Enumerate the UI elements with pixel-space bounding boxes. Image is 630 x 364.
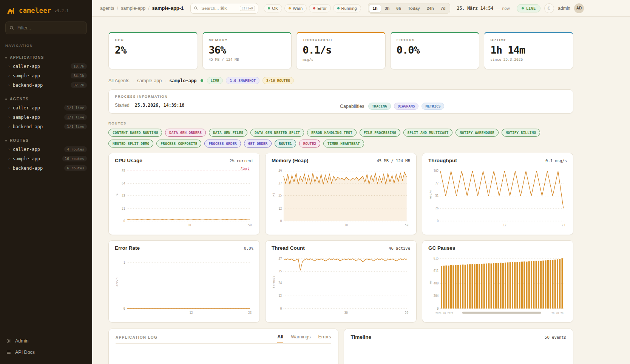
route-chip-timer-heartbeat[interactable]: TIMER-HEARTBEAT [323,140,364,147]
section-header-routes[interactable]: ROUTES [0,137,92,144]
sidebar-item-applications-sample-app[interactable]: ›sample-app84.1k [0,71,92,80]
svg-text:2020:20:2020: 2020:20:2020 [435,312,453,315]
stat-sub [115,57,191,62]
chip-label: Error [317,6,326,11]
filter-chip-error[interactable]: Error [309,4,330,12]
route-chip-content-based-routing[interactable]: CONTENT-BASED-ROUTING [108,129,162,137]
route-chip-data-gen-files[interactable]: DATA-GEN-FILES [209,129,247,137]
sidebar-item-agents-sample-app[interactable]: ›sample-app1/1 live [0,112,92,122]
sidebar-item-routes-sample-app[interactable]: ›sample-app16 routes [0,154,92,163]
item-name: caller-app [13,147,40,152]
sidebar-item-routes-caller-app[interactable]: ›caller-app4 routes [0,144,92,154]
application-log-card: APPLICATION LOG AllWarningsErrors [108,329,338,364]
log-tab-warnings[interactable]: Warnings [291,334,310,343]
sidebar-item-routes-backend-app[interactable]: ›backend-app6 routes [0,163,92,173]
route-chip-nested-split-demo[interactable]: NESTED-SPLIT-DEMO [108,140,153,147]
range-button-1h[interactable]: 1h [369,4,381,12]
range-button-6h[interactable]: 6h [393,5,405,12]
range-button-today[interactable]: Today [405,5,423,12]
context-crumb-sample-app[interactable]: sample-app [169,78,196,83]
process-information-card: PROCESS INFORMATION Started 25.3.2026, 1… [108,89,573,114]
context-crumb-sample-app[interactable]: sample-app [137,78,162,83]
section-label: ROUTES [10,138,29,143]
sidebar-footer: AdminAPI Docs [0,335,92,358]
svg-text:%: % [116,194,119,195]
filter-chip-ok[interactable]: OK [264,4,282,12]
route-chip-get-order[interactable]: GET-ORDER [244,140,272,147]
item-count: 32.2k [71,82,87,88]
sidebar-item-agents-backend-app[interactable]: ›backend-app1/1 live [0,122,92,131]
chart-value: 46 active [389,246,410,250]
svg-text:0: 0 [437,307,439,310]
route-chip-file-processing[interactable]: FILE-PROCESSING [360,129,400,137]
sidebar-item-applications-caller-app[interactable]: ›caller-app10.7k [0,61,92,71]
filter-chip-running[interactable]: Running [333,4,361,12]
avatar[interactable]: AD [574,3,584,13]
sidebar-item-applications-backend-app[interactable]: ›backend-app32.2k [0,80,92,90]
svg-text:0: 0 [437,219,439,223]
search-input[interactable] [201,6,237,11]
chevron-right-icon: › [8,83,10,87]
svg-text:37: 37 [278,181,282,185]
context-badge-1-0-snapshot: 1.0-SNAPSHOT [226,77,259,84]
section-header-applications[interactable]: APPLICATIONS [0,54,92,61]
breadcrumb-sample-app-1[interactable]: sample-app-1 [152,5,184,11]
sidebar: cameleer v3.2.1 NAVIGATION APPLICATIONS›… [0,0,92,364]
global-search[interactable]: Ctrl+K [190,3,258,14]
stat-value: 0.1/s [303,44,379,56]
section-header-agents[interactable]: AGENTS [0,95,92,103]
route-chip-notify-warehouse[interactable]: NOTIFY-WAREHOUSE [456,129,499,137]
sidebar-item-agents-caller-app[interactable]: ›caller-app1/1 live [0,103,92,112]
chart-title: Error Rate [115,245,140,251]
timeline-count: 50 events [545,335,566,339]
route-chip-process-order[interactable]: PROCESS-ORDER [204,140,241,147]
breadcrumb-agents[interactable]: agents [100,6,114,11]
sidebar-api-docs[interactable]: API Docs [0,347,92,358]
breadcrumb-sample-app[interactable]: sample-app [121,6,145,11]
context-crumb-all-agents[interactable]: All Agents [108,78,130,83]
log-tab-all[interactable]: All [277,334,283,343]
user-name: admin [558,6,570,11]
route-chip-route2[interactable]: ROUTE2 [299,140,320,147]
svg-text:43: 43 [122,194,125,198]
route-chip-split-and-multicast[interactable]: SPLIT-AND-MULTICAST [403,129,453,137]
sidebar-section-agents: AGENTS›caller-app1/1 live›sample-app1/1 … [0,95,92,131]
sidebar-filter[interactable] [5,22,87,34]
timeline-card: Timeline 50 events [344,329,574,364]
route-chip-data-gen-nested-split[interactable]: DATA-GEN-NESTED-SPLIT [250,129,304,137]
route-chip-data-gen-orders[interactable]: DATA-GEN-ORDERS [165,129,206,137]
capability-badge-diagrams: DIAGRAMS [394,103,419,110]
item-count: 84.1k [71,73,87,78]
timeline-title: Timeline [351,334,372,340]
range-button-24h[interactable]: 24h [423,5,437,12]
charts-grid: CPU Usage 2% current 0214364853059%Alert… [108,153,573,323]
sidebar-admin[interactable]: Admin [0,335,92,347]
svg-text:85: 85 [122,169,125,173]
capability-badge-tracing: TRACING [368,103,391,110]
log-tab-errors[interactable]: Errors [318,334,331,343]
error-rate-chart-card: Error Rate 0.0% 011223err/h [108,240,260,323]
route-chip-error-handling-test[interactable]: ERROR-HANDLING-TEST [307,129,357,137]
moon-icon: ☾ [547,6,551,11]
time-range-display[interactable]: 25. März 14:54 — now [457,6,510,11]
svg-text:26: 26 [435,206,439,210]
filter-chip-warn[interactable]: Warn [284,4,307,12]
live-dot [522,7,524,9]
route-chip-process-composite[interactable]: PROCESS-COMPOSITE [156,140,201,147]
section-label: APPLICATIONS [10,55,44,60]
route-chip-notify-billing[interactable]: NOTIFY-BILLING [502,129,540,137]
live-badge[interactable]: LIVE [517,4,540,12]
live-label: LIVE [526,6,536,11]
footer-label: Admin [15,338,28,344]
route-chip-route1[interactable]: ROUTE1 [275,140,296,147]
filter-input[interactable] [17,25,83,31]
stat-sub: msg/s [303,57,379,62]
dark-mode-toggle[interactable]: ☾ [544,3,554,13]
range-button-7d[interactable]: 7d [437,5,449,12]
svg-text:threads: threads [272,276,275,289]
range-button-3h[interactable]: 3h [381,5,393,12]
route-chips: CONTENT-BASED-ROUTINGDATA-GEN-ORDERSDATA… [108,129,573,147]
svg-text:49: 49 [278,169,282,173]
item-count: 1/1 live [64,124,87,129]
chart-title: CPU Usage [115,158,142,163]
